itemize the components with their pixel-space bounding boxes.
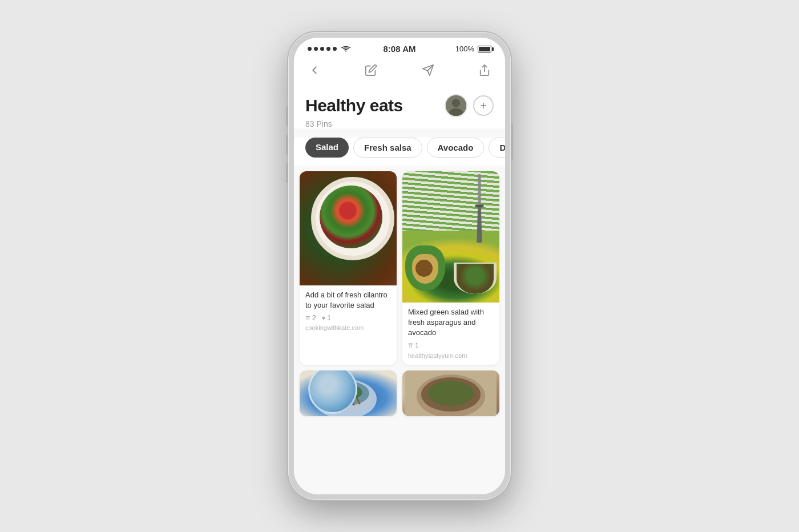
signal-dot-3: [320, 47, 324, 51]
avatar[interactable]: [445, 94, 467, 117]
signal-dot-4: [326, 47, 330, 51]
repin-number-1: 2: [312, 314, 316, 322]
like-number-1: 1: [327, 314, 331, 322]
wifi-icon: [341, 46, 350, 53]
svg-line-11: [337, 373, 354, 405]
pins-grid: Add a bit of fresh cilantro to your favo…: [294, 166, 505, 370]
pin-image-1: [300, 171, 397, 285]
repin-number-2: 1: [415, 342, 419, 350]
back-button[interactable]: [305, 61, 324, 79]
pin-description-2: Mixed green salad with fresh asparagus a…: [408, 307, 494, 338]
battery-area: 100%: [455, 45, 491, 53]
signal-dot-1: [308, 47, 312, 51]
signal-dot-2: [314, 47, 318, 51]
pin-source-2: healthytastyyum.com: [408, 352, 494, 359]
pin-image-2: [402, 171, 499, 303]
bottom-card-right[interactable]: [402, 370, 499, 416]
nav-bar: [294, 57, 505, 85]
status-time: 8:08 AM: [384, 44, 416, 54]
board-title: Healthy eats: [305, 96, 403, 115]
repin-icon-1: ⇈: [305, 315, 310, 322]
avocado-half: [405, 245, 445, 291]
svg-point-18: [428, 381, 474, 406]
like-count-1: ♥ 1: [322, 314, 331, 322]
share-button[interactable]: [475, 61, 494, 79]
pin-info-2: Mixed green salad with fresh asparagus a…: [402, 303, 499, 365]
bottom-cards-row: [294, 370, 505, 422]
asparagus-image: [402, 171, 499, 303]
pin-info-1: Add a bit of fresh cilantro to your favo…: [300, 285, 397, 337]
pin-card-1[interactable]: Add a bit of fresh cilantro to your favo…: [300, 171, 397, 365]
battery-icon: [478, 46, 491, 53]
pin-meta-1: ⇈ 2 ♥ 1: [305, 314, 391, 322]
tab-fresh-salsa[interactable]: Fresh salsa: [353, 138, 422, 158]
repin-count-2: ⇈ 1: [408, 342, 419, 350]
pin-description-1: Add a bit of fresh cilantro to your favo…: [305, 290, 391, 311]
knife-svg: [465, 174, 494, 243]
pin-card-2[interactable]: Mixed green salad with fresh asparagus a…: [402, 171, 499, 365]
salad-image: [300, 171, 397, 285]
signal-dot-5: [333, 47, 337, 51]
repin-count-1: ⇈ 2: [305, 314, 316, 322]
svg-point-14: [333, 386, 346, 395]
tab-salad[interactable]: Salad: [305, 138, 349, 158]
svg-point-4: [452, 99, 460, 107]
tab-dressing[interactable]: Dressing: [489, 138, 505, 158]
pins-count: 83 Pins: [305, 119, 494, 128]
add-collaborator-button[interactable]: +: [473, 95, 494, 116]
content-area: Healthy eats +: [294, 85, 505, 494]
board-title-row: Healthy eats +: [305, 94, 494, 117]
board-actions: +: [445, 94, 494, 117]
bottom-left-svg: [300, 370, 397, 416]
avatar-image: [446, 95, 466, 116]
board-header: Healthy eats +: [294, 85, 505, 128]
svg-rect-7: [475, 205, 484, 208]
pin-source-1: cookingwithkate.com: [305, 324, 391, 331]
status-bar: 8:08 AM 100%: [294, 38, 505, 57]
tab-avocado[interactable]: Avocado: [427, 138, 485, 158]
repin-icon-2: ⇈: [408, 342, 413, 349]
send-button[interactable]: [419, 61, 437, 79]
category-tabs: Salad Fresh salsa Avocado Dressing D: [294, 138, 505, 166]
svg-point-13: [328, 384, 362, 400]
bottom-card-left-image: [300, 370, 397, 416]
battery-percentage: 100%: [455, 45, 474, 53]
pin-meta-2: ⇈ 1: [408, 342, 494, 350]
salad-bowl: [454, 263, 497, 294]
edit-button[interactable]: [362, 61, 380, 79]
phone-screen: 8:08 AM 100%: [294, 38, 505, 494]
battery-fill: [479, 47, 490, 51]
bottom-card-left[interactable]: [300, 370, 397, 416]
phone-frame: 8:08 AM 100%: [288, 32, 511, 500]
heart-icon-1: ♥: [322, 315, 326, 321]
bottom-right-svg: [402, 370, 499, 416]
bottom-card-right-image: [402, 370, 499, 416]
signal-area: [308, 46, 350, 53]
